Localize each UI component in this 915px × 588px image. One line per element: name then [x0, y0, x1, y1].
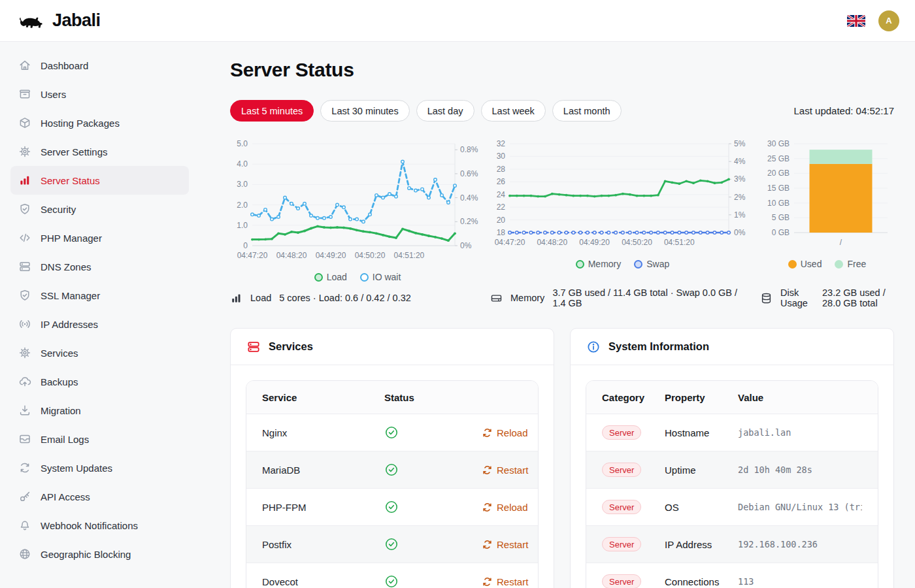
users-icon	[18, 88, 31, 101]
sidebar-item-users[interactable]: Users	[10, 80, 189, 108]
col-service: Service	[262, 392, 384, 403]
svg-text:28: 28	[497, 165, 506, 174]
category-badge: Server	[602, 463, 641, 477]
svg-text:4.0: 4.0	[237, 159, 248, 169]
col-category: Category	[602, 392, 665, 403]
disk-legend: UsedFree	[760, 259, 894, 269]
service-reload-button[interactable]: Reload	[482, 427, 528, 438]
property-name: OS	[665, 502, 738, 513]
svg-text:0.2%: 0.2%	[460, 217, 478, 226]
service-restart-button[interactable]: Restart	[482, 576, 528, 587]
sidebar-item-backups[interactable]: Backups	[10, 367, 189, 396]
service-row-postfix: PostfixRestart	[246, 525, 538, 563]
svg-text:4%: 4%	[734, 157, 746, 166]
load-summary-value: 5 cores · Load: 0.6 / 0.42 / 0.32	[279, 293, 411, 303]
svg-text:04:51:20: 04:51:20	[664, 238, 695, 247]
gear-icon	[18, 346, 31, 359]
category-badge: Server	[602, 574, 641, 588]
disk-summary: Disk Usage 23.2 GB used / 28.0 GB total	[760, 287, 894, 308]
svg-text:32: 32	[497, 139, 506, 148]
hard-drive-icon	[490, 292, 503, 304]
sidebar-item-email-logs[interactable]: Email Logs	[10, 425, 189, 453]
svg-text:0.6%: 0.6%	[460, 169, 478, 178]
legend-item-io-wait: IO wait	[360, 272, 401, 282]
sidebar-item-label: Dashboard	[41, 60, 88, 71]
topbar: Jabali A	[0, 0, 915, 42]
system-card-title: System Information	[608, 340, 709, 353]
svg-text:30: 30	[497, 152, 506, 161]
svg-text:04:48:20: 04:48:20	[276, 251, 307, 260]
service-name: MariaDB	[262, 465, 384, 476]
avatar[interactable]: A	[878, 10, 899, 31]
sidebar-item-security[interactable]: Security	[10, 195, 189, 223]
last-updated: Last updated: 04:52:17	[794, 105, 894, 116]
svg-text:0%: 0%	[460, 241, 472, 250]
home-icon	[18, 59, 31, 72]
refresh-icon	[18, 461, 31, 474]
svg-text:04:49:20: 04:49:20	[579, 238, 610, 247]
sidebar-item-server-status[interactable]: Server Status	[10, 166, 189, 195]
sidebar-item-server-settings[interactable]: Server Settings	[10, 137, 189, 166]
memory-summary-label: Memory	[510, 293, 544, 303]
range-button-last-week[interactable]: Last week	[481, 100, 546, 122]
service-restart-button[interactable]: Restart	[482, 539, 528, 550]
category-badge: Server	[602, 500, 641, 514]
services-table: ServiceStatusNginxReloadMariaDBRestartPH…	[246, 380, 539, 588]
brand[interactable]: Jabali	[17, 10, 101, 31]
memory-legend: MemorySwap	[490, 259, 755, 269]
sidebar-item-ssl-manager[interactable]: SSL Manager	[10, 281, 189, 310]
svg-text:04:47:20: 04:47:20	[495, 238, 525, 247]
service-reload-button[interactable]: Reload	[482, 502, 528, 513]
sidebar-item-system-updates[interactable]: System Updates	[10, 453, 189, 482]
sidebar-item-label: SSL Manager	[41, 290, 100, 301]
sidebar-item-ip-addresses[interactable]: IP Addresses	[10, 310, 189, 338]
sidebar-item-dashboard[interactable]: Dashboard	[10, 51, 189, 80]
sidebar-item-migration[interactable]: Migration	[10, 396, 189, 425]
sidebar-item-api-access[interactable]: API Access	[10, 482, 189, 511]
services-card-title: Services	[269, 340, 313, 353]
legend-item-load: Load	[314, 272, 347, 282]
svg-text:24: 24	[497, 190, 506, 199]
service-name: Postfix	[262, 539, 384, 550]
memory-summary-value: 3.7 GB used / 11.4 GB total · Swap 0.0 G…	[552, 287, 748, 308]
range-button-last-day[interactable]: Last day	[416, 100, 474, 122]
broadcast-icon	[18, 318, 31, 331]
svg-text:25 GB: 25 GB	[767, 154, 790, 163]
svg-text:5%: 5%	[734, 139, 746, 148]
brand-name: Jabali	[52, 10, 101, 31]
sidebar-item-label: Hosting Packages	[41, 118, 120, 129]
sidebar-item-label: System Updates	[41, 463, 112, 474]
svg-text:1%: 1%	[734, 210, 746, 220]
svg-text:15 GB: 15 GB	[767, 184, 790, 193]
sidebar-item-dns-zones[interactable]: DNS Zones	[10, 252, 189, 281]
property-value: 2d 10h 40m 28s	[738, 465, 862, 475]
service-row-nginx: NginxReload	[246, 414, 538, 451]
sidebar-item-label: IP Addresses	[41, 319, 98, 330]
sidebar-item-php-manager[interactable]: PHP Manager	[10, 223, 189, 252]
service-restart-button[interactable]: Restart	[482, 465, 528, 476]
cloud-upload-icon	[18, 375, 31, 388]
bar-chart-icon	[230, 292, 242, 304]
svg-text:0: 0	[243, 241, 248, 250]
range-button-last-5-minutes[interactable]: Last 5 minutes	[230, 100, 314, 122]
page-title: Server Status	[230, 59, 894, 81]
svg-text:30 GB: 30 GB	[767, 139, 790, 148]
svg-text:20 GB: 20 GB	[767, 169, 790, 178]
globe-icon	[18, 547, 31, 561]
legend-item-used: Used	[788, 259, 822, 269]
range-button-last-30-minutes[interactable]: Last 30 minutes	[320, 100, 409, 122]
property-value: Debian GNU/Linux 13 (trixie)	[738, 502, 862, 512]
status-ok-icon	[384, 574, 482, 588]
sidebar-item-services[interactable]: Services	[10, 338, 189, 367]
language-flag-icon[interactable]	[847, 15, 865, 27]
sidebar-item-label: Email Logs	[41, 434, 89, 445]
sidebar-item-webhook-notifications[interactable]: Webhook Notifications	[10, 511, 189, 540]
svg-text:04:50:20: 04:50:20	[355, 251, 386, 260]
range-button-last-month[interactable]: Last month	[552, 100, 622, 122]
svg-text:04:50:20: 04:50:20	[622, 238, 652, 247]
range-buttons: Last 5 minutesLast 30 minutesLast dayLas…	[230, 100, 622, 122]
service-row-mariadb: MariaDBRestart	[246, 451, 538, 488]
sidebar-item-geographic-blocking[interactable]: Geographic Blocking	[10, 540, 189, 568]
sidebar-item-hosting-packages[interactable]: Hosting Packages	[10, 108, 189, 137]
service-name: Nginx	[262, 427, 384, 438]
